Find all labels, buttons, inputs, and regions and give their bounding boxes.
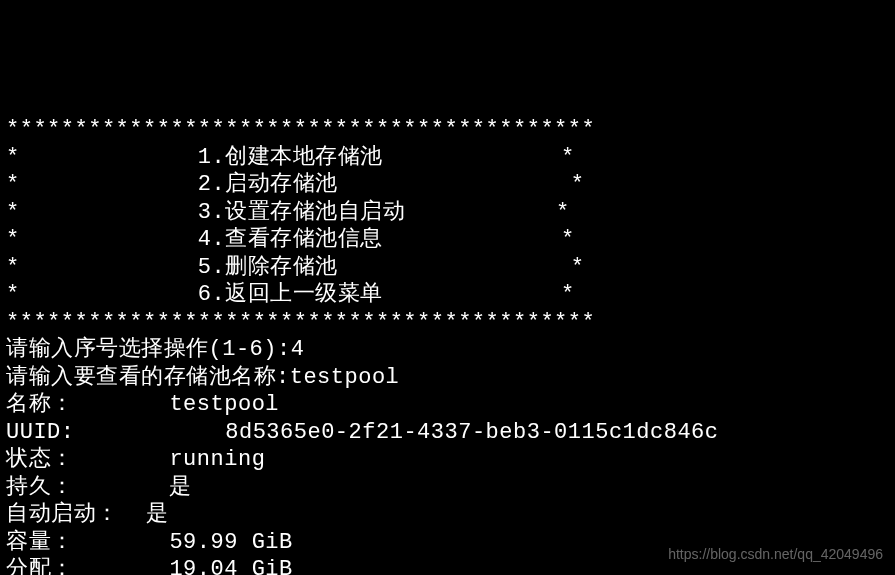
menu-item-2-label[interactable]: 启动存储池 — [225, 172, 338, 197]
pool-allocation-value: 19.04 GiB — [169, 557, 292, 575]
pool-uuid-label: UUID: — [6, 420, 75, 445]
menu-border-top: ****************************************… — [6, 117, 595, 142]
select-prompt: 请输入序号选择操作(1-6): — [6, 337, 291, 362]
select-input[interactable]: 4 — [291, 337, 305, 362]
menu-item-right: * — [561, 282, 575, 307]
pool-name-value: testpool — [169, 392, 279, 417]
menu-item-left: * — [6, 200, 20, 225]
menu-item-right: * — [571, 172, 585, 197]
pool-persistent-label: 持久： — [6, 475, 74, 500]
pool-allocation-label: 分配： — [6, 557, 74, 575]
menu-item-6-num: 6 — [198, 282, 212, 307]
menu-item-right: * — [561, 227, 575, 252]
menu-item-right: * — [571, 255, 585, 280]
menu-item-1-num: 1 — [198, 145, 212, 170]
menu-item-right: * — [561, 145, 575, 170]
menu-item-left: * — [6, 145, 20, 170]
pool-autostart-label: 自动启动： — [6, 502, 119, 527]
menu-item-5-num: 5 — [198, 255, 212, 280]
pool-uuid-value: 8d5365e0-2f21-4337-beb3-0115c1dc846c — [225, 420, 718, 445]
pool-state-label: 状态： — [6, 447, 74, 472]
menu-item-left: * — [6, 255, 20, 280]
menu-item-2-num: 2 — [198, 172, 212, 197]
menu-item-right: * — [556, 200, 570, 225]
pool-state-value: running — [169, 447, 265, 472]
watermark-text: https://blog.csdn.net/qq_42049496 — [668, 546, 883, 564]
menu-item-4-num: 4 — [198, 227, 212, 252]
pool-capacity-value: 59.99 GiB — [169, 530, 292, 555]
menu-item-left: * — [6, 227, 20, 252]
menu-item-3-num: 3 — [198, 200, 212, 225]
pool-capacity-label: 容量： — [6, 530, 74, 555]
menu-item-6-label[interactable]: 返回上一级菜单 — [225, 282, 383, 307]
menu-border-bottom: ****************************************… — [6, 310, 595, 335]
menu-item-left: * — [6, 282, 20, 307]
pool-name-label: 名称： — [6, 392, 74, 417]
menu-item-3-label[interactable]: 设置存储池自启动 — [225, 200, 405, 225]
menu-item-1-label[interactable]: 创建本地存储池 — [225, 145, 383, 170]
pool-input[interactable]: testpool — [290, 365, 400, 390]
terminal-output: ****************************************… — [6, 116, 889, 575]
pool-prompt: 请输入要查看的存储池名称: — [6, 365, 290, 390]
menu-item-5-label[interactable]: 删除存储池 — [225, 255, 338, 280]
menu-item-left: * — [6, 172, 20, 197]
pool-autostart-value: 是 — [146, 502, 169, 527]
pool-persistent-value: 是 — [169, 475, 192, 500]
menu-item-4-label[interactable]: 查看存储池信息 — [225, 227, 383, 252]
